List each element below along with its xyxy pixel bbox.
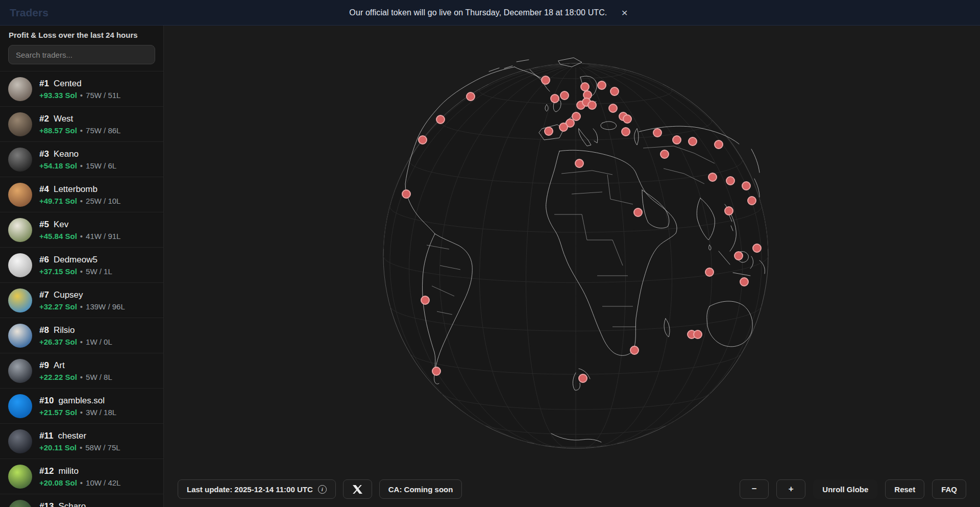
zoom-in-button[interactable]: + (776, 479, 805, 499)
reset-button[interactable]: Reset (885, 479, 924, 499)
trader-dot[interactable] (653, 129, 662, 137)
trader-dot[interactable] (742, 182, 750, 190)
trader-dot[interactable] (705, 268, 714, 276)
trader-name: Cupsey (54, 290, 83, 300)
trader-dot[interactable] (623, 115, 631, 123)
trader-row[interactable]: #10gambles.sol +21.57 Sol•3W / 18L (0, 388, 163, 423)
trader-rank: #12 (39, 466, 54, 476)
trader-row[interactable]: #8Rilsio +26.37 Sol•1W / 0L (0, 318, 163, 353)
trader-row[interactable]: #4Letterbomb +49.71 Sol•25W / 10L (0, 177, 163, 212)
trader-dot[interactable] (673, 136, 681, 144)
unroll-globe-button[interactable]: Unroll Globe (813, 479, 877, 499)
trader-dot[interactable] (588, 101, 596, 109)
trader-dot[interactable] (572, 112, 580, 120)
trader-rank: #2 (39, 114, 49, 124)
trader-name: milito (58, 466, 79, 476)
trader-dot[interactable] (575, 159, 583, 167)
trader-dot[interactable] (598, 81, 606, 89)
trader-dot[interactable] (402, 190, 410, 198)
bottom-bar-left: Last update: 2025-12-14 11:00 UTC i CA: … (178, 479, 462, 499)
bullet-separator: • (80, 232, 83, 240)
trader-name: Kev (54, 220, 68, 229)
trader-dot[interactable] (630, 346, 639, 354)
bullet-separator: • (80, 161, 83, 170)
trader-dot[interactable] (725, 207, 733, 215)
page-title: Traders (10, 7, 48, 19)
bottom-bar-right: − + Unroll Globe Reset FAQ (740, 479, 966, 499)
trader-rank: #11 (39, 431, 53, 441)
trader-row[interactable]: #7Cupsey +32.27 Sol•139W / 96L (0, 282, 163, 318)
trader-row[interactable]: #13Scharo (0, 494, 163, 507)
trader-record: 5W / 1L (86, 267, 112, 276)
trader-record: 139W / 96L (86, 302, 125, 311)
trader-row[interactable]: #1Cented +93.33 Sol•75W / 51L (0, 71, 163, 106)
bullet-separator: • (80, 408, 83, 417)
trader-dot[interactable] (740, 278, 748, 286)
trader-dot[interactable] (708, 173, 717, 181)
trader-row[interactable]: #5Kev +45.84 Sol•41W / 91L (0, 212, 163, 247)
last-update-pill: Last update: 2025-12-14 11:00 UTC i (178, 479, 336, 499)
x-social-button[interactable] (343, 479, 372, 499)
avatar (8, 288, 32, 312)
avatar (8, 253, 32, 277)
trader-dot[interactable] (753, 244, 761, 252)
trader-dot[interactable] (432, 367, 440, 375)
avatar (8, 148, 32, 172)
avatar (8, 218, 32, 242)
trader-rank: #10 (39, 396, 54, 405)
x-logo-icon (353, 485, 362, 494)
bullet-separator: • (80, 478, 83, 487)
trader-row[interactable]: #3Keano +54.18 Sol•15W / 6L (0, 141, 163, 177)
zoom-out-button[interactable]: − (740, 479, 769, 499)
trader-dot[interactable] (579, 374, 587, 382)
trader-record: 25W / 10L (86, 197, 120, 205)
info-icon[interactable]: i (318, 485, 327, 494)
trader-dot[interactable] (560, 91, 569, 100)
trader-dot[interactable] (689, 137, 697, 146)
trader-row[interactable]: #6Dedmeow5 +37.15 Sol•5W / 1L (0, 247, 163, 282)
search-input[interactable] (8, 45, 155, 64)
trader-pnl: +54.18 Sol (39, 161, 77, 170)
trader-dot[interactable] (715, 140, 723, 149)
trader-dot[interactable] (726, 177, 734, 185)
avatar (8, 324, 32, 348)
trader-dot[interactable] (436, 115, 445, 124)
trader-dot[interactable] (421, 296, 429, 304)
trader-row[interactable]: #12milito +20.08 Sol•10W / 42L (0, 458, 163, 494)
trader-dot[interactable] (734, 252, 743, 260)
trader-dot[interactable] (609, 104, 617, 112)
traders-sidebar: Profit & Loss over the last 24 hours #1C… (0, 0, 164, 507)
trader-dot[interactable] (748, 197, 756, 205)
trader-dot[interactable] (545, 127, 553, 135)
close-icon[interactable]: × (618, 6, 630, 19)
bullet-separator: • (80, 302, 83, 311)
trader-dot[interactable] (559, 123, 568, 131)
trader-dot[interactable] (694, 330, 702, 339)
trader-pnl: +32.27 Sol (39, 302, 77, 311)
ca-coming-soon-button[interactable]: CA: Coming soon (379, 479, 462, 499)
faq-button[interactable]: FAQ (932, 479, 966, 499)
trader-row[interactable]: #2West +88.57 Sol•75W / 86L (0, 106, 163, 141)
trader-dot[interactable] (542, 76, 550, 84)
trader-rank: #5 (39, 220, 49, 229)
trader-dot[interactable] (419, 136, 427, 144)
sidebar-subtitle: Profit & Loss over the last 24 hours (0, 26, 163, 39)
trader-dot[interactable] (581, 83, 589, 91)
trader-dot[interactable] (660, 150, 669, 158)
trader-list: #1Cented +93.33 Sol•75W / 51L #2West +88… (0, 71, 163, 507)
trader-dot[interactable] (622, 128, 630, 136)
trader-name: Scharo (58, 501, 86, 507)
announcement-text: Our official token will go live on Thurs… (349, 8, 607, 17)
trader-dot[interactable] (610, 87, 619, 95)
avatar (8, 359, 32, 383)
trader-dot[interactable] (467, 92, 475, 101)
trader-row[interactable]: #11chester +20.11 Sol•58W / 75L (0, 423, 163, 458)
bullet-separator: • (80, 91, 83, 100)
trader-dot[interactable] (634, 208, 642, 216)
trader-pnl: +21.57 Sol (39, 408, 77, 417)
trader-rank: #9 (39, 360, 49, 370)
trader-row[interactable]: #9Art +22.22 Sol•5W / 8L (0, 353, 163, 388)
bullet-separator: • (80, 267, 83, 276)
trader-dot[interactable] (551, 94, 559, 103)
trader-name: Art (54, 360, 65, 370)
